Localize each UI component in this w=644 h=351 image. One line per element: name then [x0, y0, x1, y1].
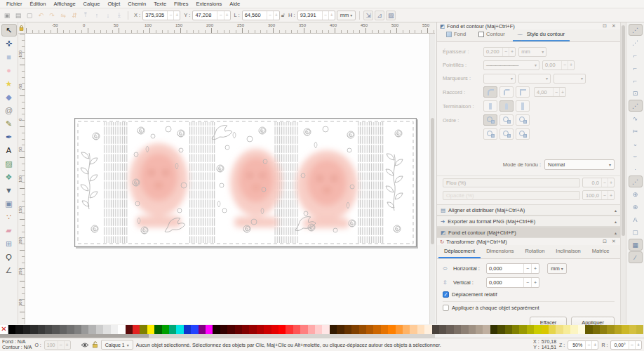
horizontal-ruler[interactable]: -50050100150200250300350400450500550: [25, 22, 435, 34]
vertical-ruler[interactable]: -100-50050100150200250300: [18, 34, 25, 324]
y-increment[interactable]: +: [224, 11, 230, 20]
palette-swatch[interactable]: [15, 325, 22, 334]
palette-swatch[interactable]: [381, 325, 388, 334]
miter-limit-field[interactable]: 4,00−+: [534, 87, 566, 97]
x-value[interactable]: 375,935: [143, 12, 167, 18]
relative-move-checkbox[interactable]: ✓: [443, 291, 449, 298]
palette-swatch[interactable]: [271, 325, 279, 334]
x-increment[interactable]: +: [173, 11, 180, 20]
tool-measure-button[interactable]: ∠: [1, 264, 17, 277]
blur-field[interactable]: 0,0−+: [582, 178, 615, 187]
palette-swatch[interactable]: [629, 325, 636, 334]
palette-swatch[interactable]: [424, 325, 431, 334]
palette-swatch[interactable]: [615, 325, 622, 334]
tool-zoom-button[interactable]: Ϙ: [1, 251, 17, 263]
tool-connector-button[interactable]: ⊞: [1, 237, 17, 250]
transform-tab-item[interactable]: Inclinaison: [550, 245, 586, 258]
palette-swatch[interactable]: [67, 325, 74, 334]
toolbar-select-all-button[interactable]: ▣: [2, 11, 12, 20]
palette-swatch[interactable]: [490, 325, 497, 334]
canvas-vertical-scrollbar[interactable]: [429, 34, 435, 324]
snap-guides-button[interactable]: ∕: [629, 251, 643, 263]
palette-swatch[interactable]: [600, 325, 607, 334]
vertical-field[interactable]: 0,000−+: [486, 277, 539, 288]
palette-swatch[interactable]: [446, 325, 453, 334]
height-decrement[interactable]: −: [322, 11, 328, 20]
dock-minimize-icon[interactable]: ⊡: [601, 22, 608, 29]
horizontal-field[interactable]: 0,000−+: [486, 263, 539, 274]
canvas[interactable]: [25, 34, 429, 324]
apply-separately-row[interactable]: Appliquer à chaque objet séparément: [443, 301, 615, 311]
toolbar-rotate-ccw-button[interactable]: ↶: [36, 11, 46, 20]
current-layer-dropdown[interactable]: Calque 1▾: [101, 340, 133, 350]
snap-bbox-corner-button[interactable]: ⌐: [629, 62, 643, 74]
dock-close-icon[interactable]: ✕: [610, 238, 617, 245]
palette-swatch[interactable]: [388, 325, 395, 334]
blend-mode-dropdown[interactable]: Normal▾: [544, 159, 615, 170]
tool-star-button[interactable]: ★: [1, 77, 17, 90]
toolbar-raise-to-top-button[interactable]: ⤒: [81, 11, 90, 20]
palette-swatch[interactable]: [286, 325, 293, 334]
opacity-slider[interactable]: Opacité (%): [443, 191, 580, 200]
palette-swatch[interactable]: [461, 325, 468, 334]
palette-swatch[interactable]: [264, 325, 271, 334]
y-decrement[interactable]: −: [217, 11, 223, 20]
snap-bbox-center-button[interactable]: ⊡: [629, 87, 643, 99]
palette-swatch[interactable]: [563, 325, 570, 334]
apply-separately-checkbox[interactable]: [443, 305, 449, 311]
layer-visibility-eye-icon[interactable]: [81, 342, 89, 348]
dock-minimize-icon[interactable]: ⊡: [601, 238, 608, 245]
dash-offset-field[interactable]: 0,00−+: [542, 60, 575, 70]
snap-nodes-button[interactable]: ⋰: [629, 100, 643, 112]
palette-swatch[interactable]: [154, 325, 161, 334]
palette-swatch[interactable]: [300, 325, 307, 334]
join-bevel-button[interactable]: [499, 86, 514, 98]
palette-swatch[interactable]: [126, 325, 133, 334]
palette-swatch[interactable]: [227, 325, 234, 334]
zoom-field[interactable]: 50%−+: [568, 340, 598, 350]
palette-swatch[interactable]: [607, 325, 614, 334]
transform-dialog-header[interactable]: ↻ Transformer (Maj+Ctrl+M) ⊡ ✕: [437, 238, 620, 245]
toolbar-raise-button[interactable]: ↑: [92, 11, 102, 20]
snap-path-button[interactable]: ∿: [629, 112, 643, 124]
palette-swatch[interactable]: [242, 325, 249, 334]
palette-swatch[interactable]: [235, 325, 242, 334]
collapsed-bar-fill-stroke[interactable]: ◩ Fond et contour (Maj+Ctrl+F) ▴: [437, 227, 620, 238]
width-field[interactable]: 64,560−+: [242, 11, 280, 20]
palette-swatch[interactable]: [220, 325, 227, 334]
palette-swatch[interactable]: [344, 325, 351, 334]
x-field[interactable]: 375,935−+: [142, 11, 180, 20]
palette-swatch[interactable]: [191, 325, 198, 334]
snap-master-button[interactable]: ⋰: [629, 24, 643, 36]
order-1-button[interactable]: [483, 114, 497, 126]
palette-swatch[interactable]: [88, 325, 95, 334]
palette-swatch[interactable]: [527, 325, 534, 334]
palette-swatch[interactable]: [373, 325, 380, 334]
marker-mid-dropdown[interactable]: ▾: [518, 74, 551, 84]
palette-swatch[interactable]: [396, 325, 403, 334]
palette-swatch[interactable]: [23, 325, 30, 334]
palette-swatch[interactable]: [366, 325, 373, 334]
palette-swatch[interactable]: [103, 325, 110, 334]
order-2-button[interactable]: [499, 114, 514, 126]
snap-bbox-edge-mid-button[interactable]: ⌐: [629, 74, 643, 86]
tab-stroke-paint[interactable]: Contour: [474, 29, 510, 41]
palette-swatch[interactable]: [111, 325, 118, 334]
stroke-width-field[interactable]: 0,200−+: [483, 47, 516, 57]
menu-item[interactable]: Extensions: [193, 0, 226, 8]
menu-item[interactable]: Affichage: [50, 0, 79, 8]
collapsed-bar-export-png[interactable]: ➔ Exporter au format PNG (Maj+Ctrl+E) ▴: [437, 216, 620, 227]
palette-swatch[interactable]: [52, 325, 59, 334]
opacity-indicator-field[interactable]: 100−+: [44, 340, 71, 350]
palette-swatch[interactable]: [542, 325, 549, 334]
palette-swatch[interactable]: [45, 325, 52, 334]
tool-selector-button[interactable]: ↖: [1, 24, 17, 37]
palette-swatch[interactable]: [483, 325, 490, 334]
tool-pencil-button[interactable]: ✎: [1, 117, 17, 130]
toolbar-move-gradients-toggle-button[interactable]: ▨: [386, 11, 396, 20]
palette-swatch[interactable]: [534, 325, 541, 334]
x-decrement[interactable]: −: [167, 11, 173, 20]
tool-rectangle-button[interactable]: ■: [1, 51, 17, 63]
palette-swatch[interactable]: [469, 325, 476, 334]
palette-swatch[interactable]: [578, 325, 585, 334]
